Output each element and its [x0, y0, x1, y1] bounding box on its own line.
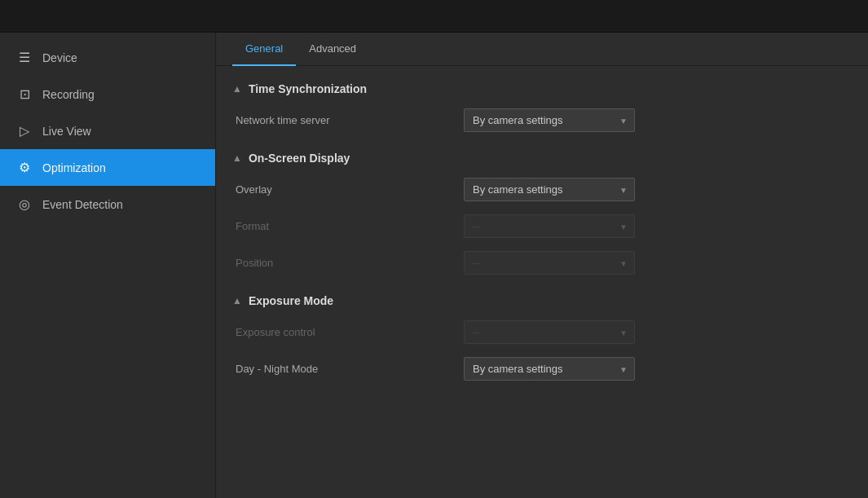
- field-row-format: Format--: [236, 208, 852, 245]
- sidebar-item-label-optimization: Optimization: [42, 161, 106, 174]
- field-control-position: --: [464, 251, 643, 275]
- section-body-exposure-mode: Exposure control--Day - Night ModeBy cam…: [232, 314, 852, 387]
- section-on-screen-display: ▲ On-Screen Display OverlayBy camera set…: [232, 143, 852, 281]
- sidebar-item-label-liveview: Live View: [42, 125, 91, 138]
- select-wrapper-network-time-server: By camera settings: [464, 108, 635, 132]
- optimization-icon: ⚙: [16, 160, 33, 175]
- device-icon: ☰: [16, 50, 33, 65]
- sidebar-item-label-recording: Recording: [42, 88, 95, 101]
- sidebar-item-optimization[interactable]: ⚙ Optimization: [0, 149, 215, 186]
- section-time-sync: ▲ Time Synchronization Network time serv…: [232, 74, 852, 139]
- titlebar: [0, 0, 868, 33]
- sidebar-item-liveview[interactable]: ▷ Live View: [0, 112, 215, 149]
- chevron-icon-time-sync: ▲: [232, 83, 242, 95]
- sidebar-item-label-device: Device: [42, 51, 77, 64]
- select-wrapper-overlay: By camera settings: [464, 178, 635, 201]
- select-day-night-mode[interactable]: By camera settings: [464, 357, 635, 381]
- section-exposure-mode: ▲ Exposure Mode Exposure control--Day - …: [232, 286, 852, 387]
- select-network-time-server[interactable]: By camera settings: [464, 108, 635, 132]
- select-position: --: [464, 251, 635, 275]
- field-control-day-night-mode: By camera settings: [464, 357, 643, 381]
- field-label-overlay: Overlay: [236, 183, 464, 196]
- field-label-format: Format: [236, 220, 464, 232]
- field-control-overlay: By camera settings: [464, 178, 643, 201]
- field-label-exposure-control: Exposure control: [236, 326, 464, 338]
- tab-advanced[interactable]: Advanced: [296, 33, 369, 66]
- section-title-on-screen-display: On-Screen Display: [249, 152, 350, 165]
- sections-container: ▲ Time Synchronization Network time serv…: [216, 66, 868, 400]
- select-wrapper-day-night-mode: By camera settings: [464, 357, 635, 381]
- field-row-overlay: OverlayBy camera settings: [236, 171, 852, 208]
- main-layout: ☰ Device ⊡ Recording ▷ Live View ⚙ Optim…: [0, 33, 868, 498]
- section-body-on-screen-display: OverlayBy camera settingsFormat--Positio…: [232, 171, 852, 281]
- select-exposure-control: --: [464, 320, 635, 344]
- select-wrapper-exposure-control: --: [464, 320, 635, 344]
- section-title-exposure-mode: Exposure Mode: [249, 294, 333, 307]
- field-control-network-time-server: By camera settings: [464, 108, 643, 132]
- liveview-icon: ▷: [16, 123, 33, 139]
- field-control-exposure-control: --: [464, 320, 643, 344]
- section-title-time-sync: Time Synchronization: [249, 82, 367, 95]
- tab-general[interactable]: General: [232, 33, 296, 66]
- section-header-exposure-mode[interactable]: ▲ Exposure Mode: [232, 286, 852, 314]
- field-row-day-night-mode: Day - Night ModeBy camera settings: [236, 350, 852, 387]
- sidebar-item-label-eventdetection: Event Detection: [42, 198, 123, 211]
- sidebar-item-device[interactable]: ☰ Device: [0, 39, 215, 76]
- field-label-network-time-server: Network time server: [236, 114, 464, 126]
- section-body-time-sync: Network time serverBy camera settings: [232, 102, 852, 139]
- field-label-position: Position: [236, 257, 464, 269]
- eventdetection-icon: ◎: [16, 196, 33, 212]
- chevron-icon-exposure-mode: ▲: [232, 295, 242, 306]
- select-wrapper-format: --: [464, 214, 635, 238]
- select-format: --: [464, 214, 635, 238]
- field-label-day-night-mode: Day - Night Mode: [236, 363, 464, 375]
- sidebar-item-recording[interactable]: ⊡ Recording: [0, 76, 215, 112]
- field-row-network-time-server: Network time serverBy camera settings: [236, 102, 852, 139]
- sidebar-item-eventdetection[interactable]: ◎ Event Detection: [0, 186, 215, 223]
- recording-icon: ⊡: [16, 86, 33, 102]
- sidebar: ☰ Device ⊡ Recording ▷ Live View ⚙ Optim…: [0, 33, 216, 498]
- section-header-on-screen-display[interactable]: ▲ On-Screen Display: [232, 143, 852, 171]
- chevron-icon-on-screen-display: ▲: [232, 152, 242, 164]
- field-row-position: Position--: [236, 245, 852, 281]
- field-control-format: --: [464, 214, 643, 238]
- content-area: GeneralAdvanced ▲ Time Synchronization N…: [216, 33, 868, 498]
- field-row-exposure-control: Exposure control--: [236, 314, 852, 350]
- select-overlay[interactable]: By camera settings: [464, 178, 635, 201]
- section-header-time-sync[interactable]: ▲ Time Synchronization: [232, 74, 852, 102]
- tabs-bar: GeneralAdvanced: [216, 33, 868, 66]
- select-wrapper-position: --: [464, 251, 635, 275]
